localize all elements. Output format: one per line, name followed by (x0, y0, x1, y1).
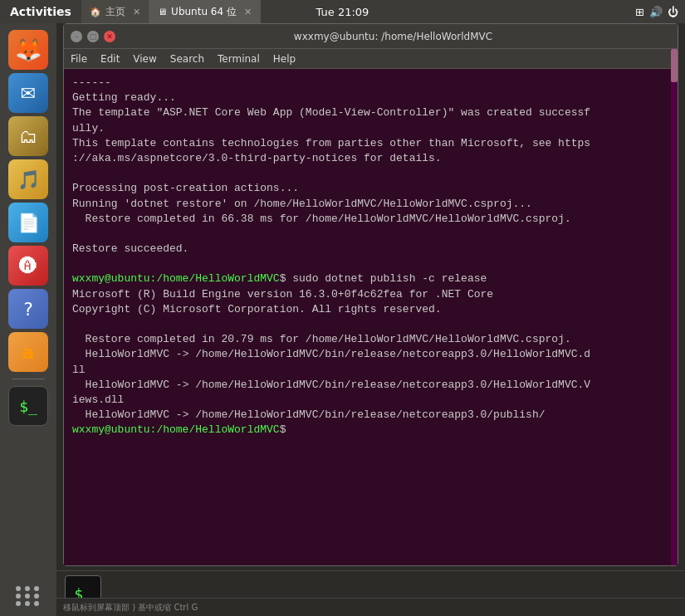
terminal-scrollbar[interactable] (671, 49, 678, 565)
output-line: ------ (72, 76, 669, 90)
menu-file[interactable]: File (71, 53, 87, 65)
ubuntu-tab-icon: 🖥 (158, 7, 167, 17)
sidebar-icon-firefox[interactable]: 🦊 (8, 30, 48, 70)
maximize-button[interactable]: □ (87, 31, 99, 42)
output-line: Microsoft (R) Build Engine version 16.3.… (72, 287, 669, 302)
menu-view[interactable]: View (133, 53, 156, 65)
help-icon: ? (15, 296, 42, 322)
output-line: Restore succeeded. (72, 242, 669, 257)
main-layout: 🦊 ✉ 🗂 🎵 📄 🅐 ? a $_ (0, 23, 685, 616)
command-text: $ sudo dotnet publish -c release (280, 272, 487, 285)
sidebar-divider (12, 379, 45, 379)
firefox-icon: 🦊 (15, 37, 42, 63)
tab-home[interactable]: 🏠 主页 ✕ (81, 0, 149, 23)
status-bar: 移鼠标到屏幕顶部 ) 基中或缩 Ctrl G (56, 598, 685, 616)
amazon-icon: a (15, 339, 42, 365)
output-line: Restore completed in 66.38 ms for /home/… (72, 212, 669, 227)
sidebar-icon-writer[interactable]: 📄 (8, 203, 48, 242)
sidebar-icon-terminal[interactable]: $_ (8, 386, 48, 426)
window-controls: – □ ✕ (71, 31, 115, 42)
sidebar-icon-amazon[interactable]: a (8, 332, 48, 372)
dot (16, 601, 21, 606)
dot (34, 586, 39, 591)
menu-edit[interactable]: Edit (100, 53, 120, 65)
command-cursor: $ (280, 423, 286, 436)
terminal-titlebar: – □ ✕ wxxmy@ubuntu: /home/HelloWorldMVC (64, 24, 678, 49)
sidebar-icon-store[interactable]: 🅐 (8, 246, 48, 286)
sound-icon: 🎵 (15, 166, 42, 193)
apps-grid-icon (16, 586, 41, 606)
sidebar-icon-files[interactable]: 🗂 (8, 116, 48, 156)
scrollbar-thumb (671, 49, 678, 82)
content-area: – □ ✕ wxxmy@ubuntu: /home/HelloWorldMVC … (56, 23, 685, 616)
output-line: Processing post-creation actions... (72, 181, 669, 196)
output-line: Running 'dotnet restore' on /home/HelloW… (72, 197, 669, 212)
output-line: The template "ASP.NET Core Web App (Mode… (72, 105, 669, 135)
tab-ubuntu-close[interactable]: ✕ (244, 7, 252, 17)
tab-home-close[interactable]: ✕ (133, 7, 140, 17)
output-line: Restore completed in 20.79 ms for /home/… (72, 332, 669, 347)
output-line (72, 257, 669, 271)
sidebar-icon-help[interactable]: ? (8, 289, 48, 329)
dot (25, 601, 30, 606)
terminal-title: wxxmy@ubuntu: /home/HelloWorldMVC (115, 31, 671, 42)
files-icon: 🗂 (15, 123, 42, 149)
prompt-text2: wxxmy@ubuntu:/home/HelloWorldMVC (72, 423, 280, 436)
power-icon[interactable]: ⏻ (668, 6, 678, 18)
terminal-output[interactable]: ------ Getting ready... The template "AS… (64, 69, 678, 565)
output-line: Getting ready... (72, 90, 669, 105)
dot (16, 594, 21, 599)
tab-ubuntu-label: Ubuntu 64 位 (171, 5, 237, 19)
network-icon[interactable]: ⊞ (635, 6, 644, 18)
output-line (72, 317, 669, 332)
terminal-window: – □ ✕ wxxmy@ubuntu: /home/HelloWorldMVC … (63, 23, 678, 566)
prompt-line2: wxxmy@ubuntu:/home/HelloWorldMVC$ (72, 423, 669, 438)
output-line: Copyright (C) Microsoft Corporation. All… (72, 302, 669, 317)
terminal-menu-bar: File Edit View Search Terminal Help (64, 49, 678, 69)
volume-icon[interactable]: 🔊 (649, 6, 663, 18)
output-line: HelloWorldMVC -> /home/HelloWorldMVC/bin… (72, 378, 669, 408)
dot (25, 594, 30, 599)
dot (25, 586, 30, 591)
thunderbird-icon: ✉ (15, 80, 42, 106)
menu-search[interactable]: Search (170, 53, 204, 65)
store-icon: 🅐 (15, 252, 42, 279)
menu-help[interactable]: Help (273, 53, 296, 65)
top-bar: Activities 🏠 主页 ✕ 🖥 Ubuntu 64 位 ✕ Tue 21… (0, 0, 685, 23)
sidebar: 🦊 ✉ 🗂 🎵 📄 🅐 ? a $_ (0, 23, 56, 616)
sidebar-apps-button[interactable] (8, 576, 48, 616)
terminal-dock-icon: $_ (15, 393, 42, 419)
status-text: 移鼠标到屏幕顶部 ) 基中或缩 Ctrl G (63, 602, 198, 614)
menu-terminal[interactable]: Terminal (218, 53, 260, 65)
output-line: HelloWorldMVC -> /home/HelloWorldMVC/bin… (72, 347, 669, 377)
prompt-line: wxxmy@ubuntu:/home/HelloWorldMVC$ sudo d… (72, 271, 669, 286)
clock-display: Tue 21:09 (316, 6, 369, 18)
sidebar-icon-sound[interactable]: 🎵 (8, 159, 48, 199)
dot (34, 594, 39, 599)
writer-icon: 📄 (15, 209, 42, 236)
prompt-text: wxxmy@ubuntu:/home/HelloWorldMVC (72, 272, 280, 285)
home-tab-icon: 🏠 (90, 7, 101, 17)
close-button[interactable]: ✕ (104, 31, 115, 42)
sidebar-icon-thunderbird[interactable]: ✉ (8, 73, 48, 113)
dot (34, 601, 39, 606)
output-line (72, 166, 669, 181)
output-line: HelloWorldMVC -> /home/HelloWorldMVC/bin… (72, 408, 669, 423)
output-line (72, 227, 669, 242)
minimize-button[interactable]: – (71, 31, 82, 42)
tab-home-label: 主页 (105, 5, 125, 19)
output-line: This template contains technologies from… (72, 136, 669, 166)
system-tray: ⊞ 🔊 ⏻ (635, 6, 685, 18)
tab-ubuntu[interactable]: 🖥 Ubuntu 64 位 ✕ (149, 0, 261, 23)
activities-button[interactable]: Activities (0, 0, 81, 23)
dot (16, 586, 21, 591)
